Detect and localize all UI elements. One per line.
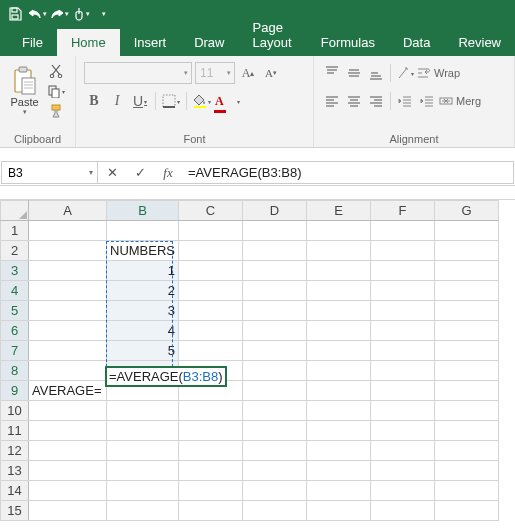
- align-center-icon[interactable]: [344, 90, 364, 112]
- tab-insert[interactable]: Insert: [120, 29, 181, 56]
- cut-icon[interactable]: [45, 62, 67, 80]
- group-label-alignment: Alignment: [322, 131, 506, 145]
- tab-formulas[interactable]: Formulas: [307, 29, 389, 56]
- group-label-font: Font: [84, 131, 305, 145]
- font-size-combo[interactable]: 11▾: [195, 62, 235, 84]
- row-header[interactable]: 3: [1, 261, 29, 281]
- undo-icon[interactable]: ▾: [26, 3, 48, 25]
- fx-icon[interactable]: fx: [154, 162, 182, 183]
- group-font: ▾ 11▾ A▴ A▾ B I U▾ ▾ ▾ A▾ Font: [76, 56, 314, 147]
- cell[interactable]: NUMBERS: [107, 241, 179, 261]
- group-clipboard: Paste ▾ ▾ Clipboard: [0, 56, 76, 147]
- orientation-icon[interactable]: ▾: [395, 62, 415, 84]
- customize-qat-icon[interactable]: ▾: [92, 3, 114, 25]
- copy-icon[interactable]: ▾: [45, 82, 67, 100]
- row-header[interactable]: 13: [1, 461, 29, 481]
- cancel-formula-icon[interactable]: ✕: [98, 162, 126, 183]
- font-color-icon[interactable]: A▾: [215, 90, 240, 112]
- row-header[interactable]: 14: [1, 481, 29, 501]
- decrease-indent-icon[interactable]: [395, 90, 415, 112]
- col-header-C[interactable]: C: [179, 201, 243, 221]
- formula-input[interactable]: =AVERAGE(B3:B8): [182, 161, 514, 184]
- row-header[interactable]: 1: [1, 221, 29, 241]
- align-middle-icon[interactable]: [344, 62, 364, 84]
- svg-rect-1: [12, 15, 18, 19]
- svg-rect-10: [163, 95, 175, 107]
- cell[interactable]: 3: [107, 301, 179, 321]
- cell[interactable]: 2: [107, 281, 179, 301]
- name-box[interactable]: B3▾: [1, 161, 98, 184]
- svg-rect-11: [194, 106, 206, 108]
- cell-editor[interactable]: =AVERAGE(B3:B8): [105, 366, 227, 387]
- row-header[interactable]: 10: [1, 401, 29, 421]
- wrap-text-button[interactable]: Wrap: [417, 62, 460, 84]
- italic-button[interactable]: I: [107, 90, 127, 112]
- row-header[interactable]: 4: [1, 281, 29, 301]
- align-left-icon[interactable]: [322, 90, 342, 112]
- paste-label: Paste: [10, 96, 38, 108]
- underline-button[interactable]: U▾: [130, 90, 150, 112]
- tab-review[interactable]: Review: [444, 29, 515, 56]
- tab-draw[interactable]: Draw: [180, 29, 238, 56]
- cell[interactable]: 1: [107, 261, 179, 281]
- save-icon[interactable]: [4, 3, 26, 25]
- col-header-F[interactable]: F: [371, 201, 435, 221]
- formula-bar: B3▾ ✕ ✓ fx =AVERAGE(B3:B8): [0, 160, 515, 186]
- row-header[interactable]: 12: [1, 441, 29, 461]
- bold-button[interactable]: B: [84, 90, 104, 112]
- align-bottom-icon[interactable]: [366, 62, 386, 84]
- paste-button[interactable]: Paste ▾: [8, 60, 41, 122]
- svg-rect-4: [22, 78, 35, 94]
- svg-rect-8: [52, 89, 59, 98]
- tab-home[interactable]: Home: [57, 29, 120, 56]
- row-header[interactable]: 9: [1, 381, 29, 401]
- enter-formula-icon[interactable]: ✓: [126, 162, 154, 183]
- cell[interactable]: 4: [107, 321, 179, 341]
- row-header[interactable]: 8: [1, 361, 29, 381]
- cell[interactable]: 5: [107, 341, 179, 361]
- tab-file[interactable]: File: [8, 29, 57, 56]
- svg-rect-0: [12, 8, 17, 12]
- row-header[interactable]: 2: [1, 241, 29, 261]
- col-header-E[interactable]: E: [307, 201, 371, 221]
- worksheet-grid[interactable]: A B C D E F G 1 2NUMBERS 31 42 53 64 75 …: [0, 200, 515, 521]
- ribbon-tabs: File Home Insert Draw Page Layout Formul…: [0, 28, 515, 56]
- align-top-icon[interactable]: [322, 62, 342, 84]
- col-header-D[interactable]: D: [243, 201, 307, 221]
- ribbon: Paste ▾ ▾ Clipboard ▾ 11▾ A▴ A▾ B I U▾: [0, 56, 515, 148]
- row-header[interactable]: 7: [1, 341, 29, 361]
- cell[interactable]: AVERAGE=: [29, 381, 107, 401]
- row-header[interactable]: 11: [1, 421, 29, 441]
- font-name-combo[interactable]: ▾: [84, 62, 192, 84]
- align-right-icon[interactable]: [366, 90, 386, 112]
- col-header-G[interactable]: G: [435, 201, 499, 221]
- tab-page-layout[interactable]: Page Layout: [239, 14, 307, 56]
- tab-data[interactable]: Data: [389, 29, 444, 56]
- redo-icon[interactable]: ▾: [48, 3, 70, 25]
- group-alignment: ▾ Wrap Merg Alignment: [314, 56, 515, 147]
- col-header-A[interactable]: A: [29, 201, 107, 221]
- increase-indent-icon[interactable]: [417, 90, 437, 112]
- col-header-B[interactable]: B: [107, 201, 179, 221]
- row-header[interactable]: 5: [1, 301, 29, 321]
- group-label-clipboard: Clipboard: [8, 131, 67, 145]
- touch-mode-icon[interactable]: ▾: [70, 3, 92, 25]
- row-header[interactable]: 6: [1, 321, 29, 341]
- svg-rect-9: [52, 105, 60, 110]
- border-icon[interactable]: ▾: [161, 90, 181, 112]
- row-header[interactable]: 15: [1, 501, 29, 521]
- select-all-corner[interactable]: [1, 201, 29, 221]
- decrease-font-icon[interactable]: A▾: [261, 62, 281, 84]
- merge-center-button[interactable]: Merg: [439, 90, 481, 112]
- fill-color-icon[interactable]: ▾: [192, 90, 212, 112]
- format-painter-icon[interactable]: [45, 102, 67, 120]
- svg-rect-3: [19, 67, 27, 72]
- increase-font-icon[interactable]: A▴: [238, 62, 258, 84]
